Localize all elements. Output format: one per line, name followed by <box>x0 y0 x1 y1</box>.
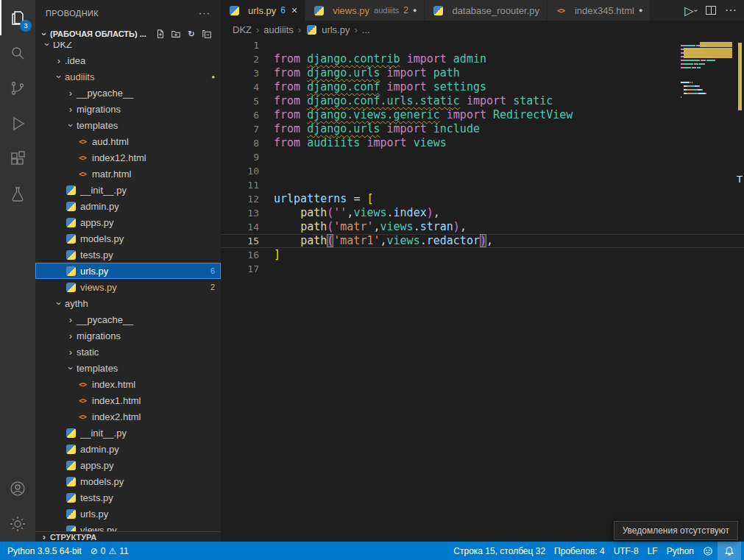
tree-item-views.py[interactable]: views.py <box>35 522 221 531</box>
tree-item-label: apps.py <box>80 217 114 228</box>
code-line-6[interactable]: 6from django.views.generic import Redire… <box>221 108 744 122</box>
tree-item-admin.py[interactable]: admin.py <box>35 198 221 214</box>
breadcrumb-separator-icon: › <box>354 24 357 35</box>
tab-database_roouter.py[interactable]: database_roouter.py <box>425 0 548 21</box>
tab-label: views.py <box>333 5 369 16</box>
tree-item-models.py[interactable]: models.py <box>35 230 221 247</box>
code-line-5[interactable]: 5from django.conf.urls.static import sta… <box>221 94 744 108</box>
tree-item-label: templates <box>77 363 118 374</box>
tree-item-models.py[interactable]: models.py <box>35 473 221 489</box>
code-line-8[interactable]: 8from audiiits import views <box>221 136 744 150</box>
code-line-17[interactable]: 17 <box>221 262 744 276</box>
tree-item-admin.py[interactable]: admin.py <box>35 441 221 457</box>
tree-item-__init__.py[interactable]: __init__.py <box>35 182 221 198</box>
tree-item-label: admin.py <box>80 201 119 212</box>
testing-icon[interactable] <box>0 177 35 212</box>
code-editor[interactable]: 12from django.contrib import admin3from … <box>221 38 744 542</box>
tree-item-__pycache__[interactable]: ›__pycache__ <box>35 311 221 327</box>
code-line-16[interactable]: 16] <box>221 248 744 262</box>
tree-item-templates[interactable]: ›templates <box>35 360 221 376</box>
problems-status[interactable]: ⊘ 0 ⚠ 11 <box>86 542 133 560</box>
indentation-status[interactable]: Пробелов: 4 <box>550 542 609 560</box>
explorer-icon[interactable]: 3 <box>0 0 35 35</box>
breadcrumb-item[interactable]: ... <box>362 24 370 35</box>
tab-index345.html[interactable]: <>index345.html● <box>548 0 651 21</box>
sidebar-more-icon[interactable]: ··· <box>199 7 210 18</box>
chevron-right-icon: › <box>38 531 50 542</box>
source-control-icon[interactable] <box>0 71 35 106</box>
code-line-3[interactable]: 3from django.urls import path <box>221 66 744 80</box>
tree-item-urls.py[interactable]: urls.py6 <box>35 263 221 279</box>
tree-item-urls.py[interactable]: urls.py <box>35 506 221 522</box>
tree-item-.idea[interactable]: ›.idea <box>35 52 221 68</box>
breadcrumb-item[interactable]: urls.py <box>322 24 350 35</box>
notifications-bell-icon[interactable] <box>718 542 741 560</box>
code-line-12[interactable]: 12urlpatterns = [ <box>221 192 744 206</box>
html-file-icon: <> <box>77 168 88 180</box>
tree-item-label: __init__.py <box>80 428 127 439</box>
tree-item-__init__.py[interactable]: __init__.py <box>35 425 221 441</box>
code-line-9[interactable]: 9 <box>221 150 744 164</box>
tab-urls.py[interactable]: urls.py6× <box>221 0 305 21</box>
split-editor-icon[interactable] <box>706 6 716 15</box>
encoding-status[interactable]: UTF-8 <box>609 542 643 560</box>
tree-item-index2.html[interactable]: <>index2.html <box>35 408 221 425</box>
breadcrumb-item[interactable]: DKZ <box>233 24 252 35</box>
code-line-14[interactable]: 14 path('matr',views.stran), <box>221 220 744 234</box>
tree-item-apps.py[interactable]: apps.py <box>35 457 221 473</box>
refresh-icon[interactable]: ↻ <box>185 27 198 40</box>
tree-item-templates[interactable]: ›templates <box>35 117 221 133</box>
eol-status[interactable]: LF <box>643 542 662 560</box>
feedback-smiley-icon[interactable] <box>698 542 718 560</box>
code-text: path('matr',views.stran), <box>259 220 467 234</box>
tree-item-views.py[interactable]: views.py2 <box>35 279 221 295</box>
tree-item-tests.py[interactable]: tests.py <box>35 489 221 506</box>
tab-views.py[interactable]: views.pyaudiiits2● <box>305 0 425 21</box>
python-interpreter-status[interactable]: Python 3.9.5 64-bit <box>3 542 86 560</box>
minimap[interactable] <box>681 41 732 104</box>
tree-item-tests.py[interactable]: tests.py <box>35 247 221 263</box>
tree-item-audiiits[interactable]: ›audiiits● <box>35 68 221 85</box>
account-icon[interactable] <box>0 471 35 506</box>
run-debug-icon[interactable] <box>0 106 35 141</box>
tree-item-__pycache__[interactable]: ›__pycache__ <box>35 85 221 101</box>
collapse-folders-icon[interactable] <box>200 27 213 40</box>
code-line-4[interactable]: 4from django.conf import settings <box>221 80 744 94</box>
extensions-icon[interactable] <box>0 141 35 177</box>
workspace-label: (РАБОЧАЯ ОБЛАСТЬ) ... <box>50 29 146 38</box>
code-line-7[interactable]: 7from django.urls import include <box>221 122 744 136</box>
code-line-1[interactable]: 1 <box>221 38 744 52</box>
problems-badge: 2 <box>206 283 215 291</box>
tree-item-migrations[interactable]: ›migrations <box>35 327 221 344</box>
tree-item-migrations[interactable]: ›migrations <box>35 101 221 117</box>
code-line-11[interactable]: 11 <box>221 178 744 192</box>
tree-item-matr.html[interactable]: <>matr.html <box>35 166 221 182</box>
new-file-icon[interactable] <box>154 27 167 40</box>
code-line-15[interactable]: 15 path('matr1',views.redactor), <box>221 234 744 248</box>
tree-item-static[interactable]: ›static <box>35 344 221 360</box>
line-number: 3 <box>221 66 259 80</box>
code-line-10[interactable]: 10 <box>221 164 744 178</box>
settings-gear-icon[interactable] <box>0 506 35 542</box>
overview-ruler-scrollbar[interactable]: T <box>735 38 744 542</box>
close-icon[interactable]: × <box>291 4 297 16</box>
new-folder-icon[interactable] <box>169 27 183 40</box>
tree-item-index12.html[interactable]: <>index12.html <box>35 149 221 166</box>
outline-section-header[interactable]: › СТРУКТУРА <box>35 531 221 542</box>
more-actions-icon[interactable]: ··· <box>725 4 737 17</box>
status-bar-right: Строка 15, столбец 32 Пробелов: 4 UTF-8 … <box>449 542 741 560</box>
tree-item-aythh[interactable]: ›aythh <box>35 295 221 311</box>
tree-item-DKZ[interactable]: ›DKZ <box>35 42 221 52</box>
workspace-section-header[interactable]: › (РАБОЧАЯ ОБЛАСТЬ) ... ↻ <box>35 26 221 42</box>
language-mode-status[interactable]: Python <box>662 542 698 560</box>
tree-item-index1.html[interactable]: <>index1.html <box>35 392 221 408</box>
cursor-position-status[interactable]: Строка 15, столбец 32 <box>449 542 550 560</box>
tree-item-aud.html[interactable]: <>aud.html <box>35 133 221 149</box>
breadcrumb-item[interactable]: audiiits <box>263 24 293 35</box>
run-python-file-button[interactable]: ▷ › <box>684 4 697 18</box>
code-line-13[interactable]: 13 path('',views.index), <box>221 206 744 220</box>
tree-item-apps.py[interactable]: apps.py <box>35 214 221 230</box>
search-icon[interactable] <box>0 35 35 71</box>
tree-item-index.html[interactable]: <>index.html <box>35 376 221 392</box>
code-line-2[interactable]: 2from django.contrib import admin <box>221 52 744 66</box>
